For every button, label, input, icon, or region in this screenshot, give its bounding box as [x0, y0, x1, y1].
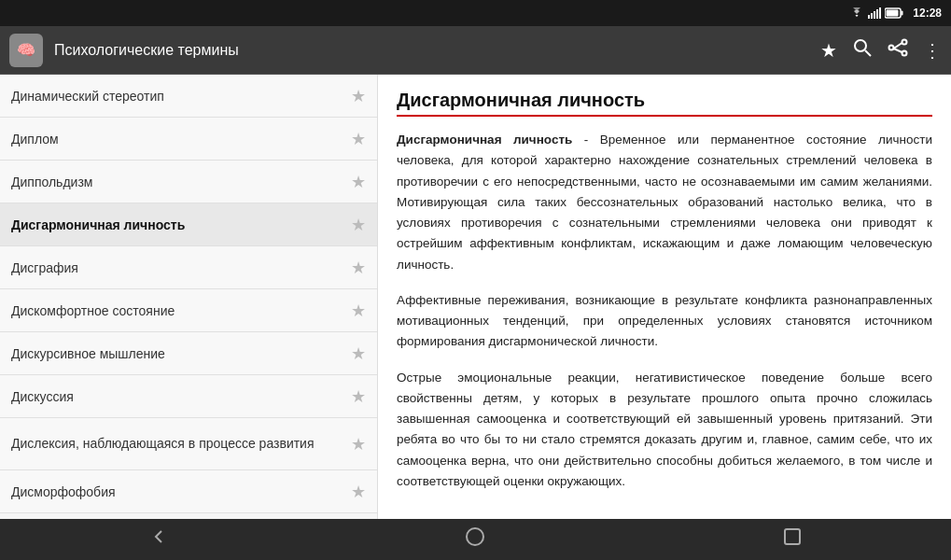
app-bar: 🧠 Психологические термины ★ ⋮ — [0, 26, 951, 75]
list-item[interactable]: Диппольдизм ★ — [0, 161, 377, 203]
list-item-text: Диппольдизм — [11, 175, 343, 189]
svg-rect-4 — [879, 7, 881, 19]
list-item[interactable]: Дискомфортное состояние ★ — [0, 289, 377, 332]
app-title: Психологические термины — [54, 42, 809, 59]
list-item[interactable]: Диплом ★ — [0, 118, 377, 161]
more-action-icon[interactable]: ⋮ — [923, 39, 942, 62]
svg-point-10 — [902, 40, 907, 45]
svg-rect-2 — [874, 11, 875, 19]
content-bold-term: Дисгармоничная личность — [397, 133, 572, 147]
wifi-icon — [849, 7, 864, 19]
share-action-icon[interactable] — [888, 37, 908, 63]
list-item-text: Дислексия, наблюдающаяся в процессе разв… — [11, 435, 343, 452]
svg-point-11 — [889, 46, 894, 50]
content-title: Дисгармоничная личность — [397, 90, 932, 117]
list-item-text: Диплом — [11, 132, 343, 147]
list-item[interactable]: Дискуссия ★ — [0, 375, 377, 418]
svg-line-13 — [894, 43, 902, 49]
list-item[interactable]: Дискурсивное мышление ★ — [0, 332, 377, 375]
battery-icon — [885, 7, 903, 19]
terms-list: Динамический стереотип ★ Диплом ★ Диппол… — [0, 75, 378, 519]
star-icon[interactable]: ★ — [351, 386, 366, 407]
list-item-text: Динамический стереотип — [11, 89, 343, 104]
search-action-icon[interactable] — [852, 37, 873, 63]
star-icon[interactable]: ★ — [351, 86, 366, 106]
star-icon[interactable]: ★ — [351, 343, 366, 364]
back-nav-icon[interactable] — [147, 525, 170, 553]
content-paragraph-1: Дисгармоничная личность - Временное или … — [397, 130, 932, 275]
svg-point-15 — [467, 528, 483, 545]
svg-rect-16 — [785, 529, 800, 544]
list-item-text: Дисгармоничная личность — [11, 217, 343, 232]
star-icon[interactable]: ★ — [351, 172, 366, 192]
time-display: 12:28 — [913, 7, 942, 20]
recents-nav-icon[interactable] — [781, 525, 804, 553]
app-icon: 🧠 — [9, 34, 43, 67]
svg-point-12 — [902, 51, 907, 56]
star-icon[interactable]: ★ — [351, 129, 366, 149]
svg-rect-6 — [887, 10, 899, 17]
list-item-text: Дискурсивное мышление — [11, 346, 343, 361]
main-content: Динамический стереотип ★ Диплом ★ Диппол… — [0, 75, 951, 519]
svg-rect-1 — [871, 13, 873, 19]
signal-icon — [868, 7, 881, 19]
star-icon[interactable]: ★ — [351, 258, 366, 278]
svg-line-9 — [865, 50, 871, 56]
list-item-text: Дисграфия — [11, 260, 343, 275]
nav-bar — [0, 519, 951, 560]
star-icon[interactable]: ★ — [351, 482, 366, 502]
star-icon[interactable]: ★ — [351, 301, 366, 321]
list-item[interactable]: Дисморфофобия ★ — [0, 470, 377, 513]
app-bar-actions: ★ ⋮ — [820, 37, 942, 63]
list-item-text: Дискуссия — [11, 389, 343, 404]
star-icon[interactable]: ★ — [351, 215, 366, 235]
list-item-text: Дискомфортное состояние — [11, 303, 343, 318]
list-item[interactable]: Динамический стереотип ★ — [0, 75, 377, 118]
svg-rect-7 — [902, 11, 903, 16]
svg-rect-0 — [868, 15, 870, 19]
content-paragraph-2: Аффективные переживания, возникающие в р… — [397, 290, 932, 353]
svg-rect-3 — [876, 9, 878, 19]
svg-point-8 — [855, 40, 866, 51]
star-icon[interactable]: ★ — [351, 434, 366, 455]
content-paragraph-3: Острые эмоциональные реакции, негативист… — [397, 368, 932, 493]
list-item[interactable]: Дисграфия ★ — [0, 246, 377, 289]
bookmark-action-icon[interactable]: ★ — [820, 39, 837, 62]
svg-line-14 — [894, 49, 902, 52]
list-item-active[interactable]: Дисгармоничная личность ★ — [0, 203, 377, 246]
content-panel: Дисгармоничная личность Дисгармоничная л… — [378, 75, 951, 519]
home-nav-icon[interactable] — [464, 525, 486, 553]
list-item[interactable]: Дислексия, наблюдающаяся в процессе разв… — [0, 418, 377, 470]
status-icons: 12:28 — [849, 7, 942, 20]
status-bar: 12:28 — [0, 0, 951, 26]
list-item-text: Дисморфофобия — [11, 484, 343, 499]
